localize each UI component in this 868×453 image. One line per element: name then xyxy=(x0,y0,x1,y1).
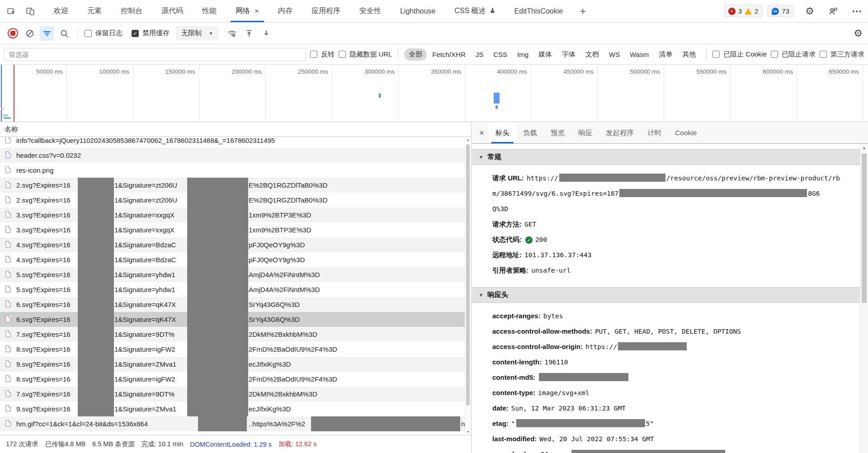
time-tick-label: 50000 ms xyxy=(0,68,63,75)
filter-type-css[interactable]: CSS xyxy=(489,49,512,60)
table-row[interactable]: 6.svg?Expires=161&Signature=qK47XSrYq43G… xyxy=(0,312,471,327)
filter-toggle-button[interactable] xyxy=(40,26,54,41)
filter-type-fetch-xhr[interactable]: Fetch/XHR xyxy=(428,49,470,60)
more-tools-button[interactable]: + xyxy=(572,1,593,22)
table-row[interactable]: 5.svg?Expires=161&Signature=yhdw1AmjD4A%… xyxy=(0,282,471,297)
filter-type-manifest[interactable]: 清单 xyxy=(654,48,677,61)
clear-network-log-button[interactable] xyxy=(23,26,37,41)
tab-lighthouse[interactable]: Lighthouse xyxy=(391,0,445,22)
filter-type-media[interactable]: 媒体 xyxy=(534,48,557,61)
request-name-text: E%2BQ1RGZDlTaB0%3D xyxy=(249,193,327,208)
table-row[interactable]: 3.svg?Expires=161&Signature=xxgqX1xm9%2B… xyxy=(0,222,471,237)
header-name: 远程地址: xyxy=(492,251,522,259)
third-party-checkbox[interactable]: 第三方请求 xyxy=(820,50,864,59)
table-row[interactable]: 3.svg?Expires=161&Signature=xxgqX1xm9%2B… xyxy=(0,208,471,222)
invert-filter-checkbox[interactable]: 反转 xyxy=(310,50,335,59)
filter-type-js[interactable]: JS xyxy=(471,49,488,60)
filter-type-font[interactable]: 字体 xyxy=(557,48,580,61)
filter-type-other[interactable]: 其他 xyxy=(678,48,700,61)
preserve-log-checkbox[interactable]: 保留日志 xyxy=(85,29,123,38)
tab-css-overview[interactable]: CSS 概述 xyxy=(445,0,505,22)
inspect-icon[interactable] xyxy=(4,4,19,19)
filter-type-ws[interactable]: WS xyxy=(604,49,624,60)
device-toolbar-icon[interactable] xyxy=(23,4,38,19)
redaction-block xyxy=(187,282,248,297)
blocked-requests-checkbox[interactable]: 已阻止请求 xyxy=(771,50,816,59)
network-overview-timeline[interactable]: 50000 ms100000 ms150000 ms200000 ms25000… xyxy=(0,65,868,122)
table-row[interactable]: 2.svg?Expires=161&Signature=zt206UE%2BQ1… xyxy=(0,193,471,208)
filter-type-img[interactable]: Img xyxy=(513,49,533,60)
import-har-icon[interactable] xyxy=(242,26,256,41)
table-row[interactable]: 9.svg?Expires=161&Signature=ZMva1ecJIfxi… xyxy=(0,401,471,416)
console-errors-warnings-badge[interactable]: × 3 2 xyxy=(724,5,763,17)
table-row[interactable]: 4.svg?Expires=161&Signature=BdzaCpFJ0QeO… xyxy=(0,252,471,267)
network-settings-gear-icon[interactable]: ⚙ xyxy=(854,28,863,39)
table-row[interactable]: header.css?v=0.0232 xyxy=(0,148,471,163)
file-icon xyxy=(5,137,11,143)
filter-input[interactable] xyxy=(4,48,306,61)
status-ok-icon: ✓ xyxy=(525,236,533,244)
table-row[interactable]: info?callback=jQuery11020243058538674700… xyxy=(0,137,471,148)
scroll-up-icon[interactable]: ▲ xyxy=(465,138,471,142)
details-tab-payload[interactable]: 负载 xyxy=(516,122,544,143)
details-tab-timing[interactable]: 计时 xyxy=(641,122,668,143)
tab-console[interactable]: 控制台 xyxy=(111,0,152,22)
tab-performance[interactable]: 性能 xyxy=(193,0,226,22)
table-row[interactable]: 5.svg?Expires=161&Signature=yhdw1AmjD4A%… xyxy=(0,267,471,282)
request-name-text: 1xm9%2BTP3E%3D xyxy=(249,222,311,237)
record-network-log-button[interactable] xyxy=(5,26,20,41)
details-tab-preview[interactable]: 预览 xyxy=(544,122,571,143)
tab-memory[interactable]: 内存 xyxy=(269,0,302,22)
scrollbar-thumb[interactable] xyxy=(862,154,867,303)
settings-gear-icon[interactable]: ⚙ xyxy=(802,4,817,19)
network-conditions-icon[interactable] xyxy=(225,26,239,41)
tab-sources[interactable]: 源代码 xyxy=(152,0,193,22)
details-tab-cookies[interactable]: Cookie xyxy=(668,122,703,143)
overview-activity-tick xyxy=(379,94,381,98)
table-row[interactable]: hm.gif?cc=1&ck=1&cl=24-bit&ds=1536x864..… xyxy=(0,416,471,431)
disable-cache-checkbox[interactable]: 禁用缓存 xyxy=(132,29,170,38)
filter-type-doc[interactable]: 文档 xyxy=(581,48,604,61)
tab-network[interactable]: 网络× xyxy=(226,0,269,22)
section-body: 请求 URL:https:///resource/oss/preview/rbm… xyxy=(472,165,860,282)
name-column-header[interactable]: 名称 xyxy=(0,122,471,137)
section-header-general[interactable]: ▼常规 xyxy=(472,149,860,165)
filter-type-all[interactable]: 全部 xyxy=(404,48,427,61)
table-row[interactable]: 9.svg?Expires=161&Signature=ZMva1ecJIfxi… xyxy=(0,357,471,372)
table-row[interactable]: 6.svg?Expires=161&Signature=qK47XSrYq43G… xyxy=(0,297,471,312)
more-options-icon[interactable]: ⋯ xyxy=(849,4,864,19)
scroll-up-icon[interactable]: ▲ xyxy=(860,146,868,150)
feedback-icon[interactable] xyxy=(826,4,841,19)
details-scrollbar[interactable]: ▲ xyxy=(860,144,868,453)
requests-scrollbar[interactable]: ▲▼ xyxy=(465,137,471,435)
blocked-cookies-checkbox[interactable]: 已阻止 Cookie xyxy=(712,50,767,59)
filter-type-wasm[interactable]: Wasm xyxy=(625,49,653,60)
close-tab-icon[interactable]: × xyxy=(255,7,259,15)
section-header-response-headers[interactable]: ▼响应头 xyxy=(472,287,860,303)
header-name: content-length: xyxy=(492,358,542,366)
table-row[interactable]: 2.svg?Expires=161&Signature=zt206UE%2BQ1… xyxy=(0,178,471,193)
table-row[interactable]: 7.svg?Expires=161&Signature=9DT%2DkMI%2B… xyxy=(0,387,471,401)
details-tab-headers[interactable]: 标头 xyxy=(489,122,516,143)
tab-elements[interactable]: 元素 xyxy=(78,0,111,22)
export-har-icon[interactable] xyxy=(259,26,274,41)
table-row[interactable]: 8.svg?Expires=161&Signature=igFW22FmD%2B… xyxy=(0,372,471,387)
file-icon xyxy=(5,196,11,203)
search-icon[interactable] xyxy=(57,26,71,41)
tab-editthiscookie[interactable]: EditThisCookie xyxy=(505,0,573,22)
table-row[interactable]: res-icon.png xyxy=(0,163,471,178)
hide-data-urls-checkbox[interactable]: 隐藏数据 URL xyxy=(339,50,392,59)
scrollbar-thumb[interactable] xyxy=(466,144,470,406)
scroll-down-icon[interactable]: ▼ xyxy=(465,430,471,434)
table-row[interactable]: 4.svg?Expires=161&Signature=BdzaCpFJ0QeO… xyxy=(0,237,471,252)
throttling-select[interactable]: 无限制 ▼ xyxy=(176,26,218,40)
tab-security[interactable]: 安全性 xyxy=(350,0,391,22)
table-row[interactable]: 7.svg?Expires=161&Signature=9DT%2DkMI%2B… xyxy=(0,327,471,342)
close-details-icon[interactable]: × xyxy=(479,128,484,138)
details-tab-response[interactable]: 响应 xyxy=(571,122,599,143)
tab-welcome[interactable]: 欢迎 xyxy=(44,0,78,22)
details-tab-initiator[interactable]: 发起程序 xyxy=(599,122,641,143)
table-row[interactable]: 8.svg?Expires=161&Signature=igFW22FmD%2B… xyxy=(0,342,471,357)
tab-application[interactable]: 应用程序 xyxy=(302,0,350,22)
issues-badge[interactable]: 73 xyxy=(767,5,794,17)
